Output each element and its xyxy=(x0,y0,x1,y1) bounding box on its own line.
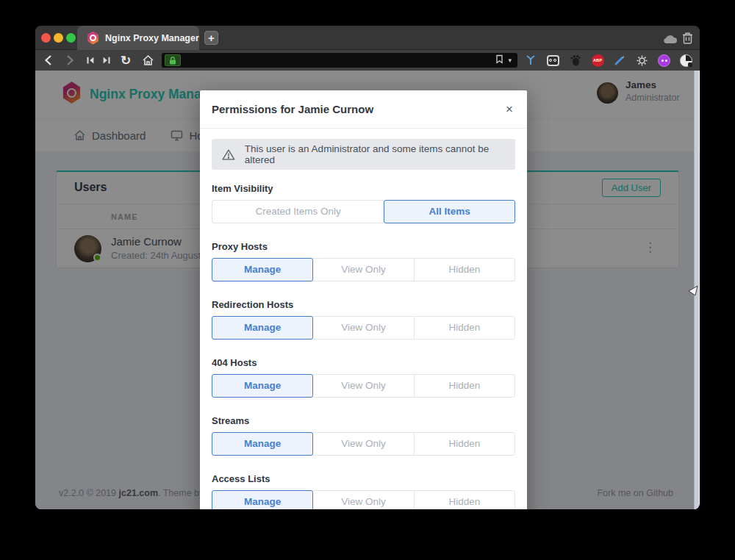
option-item-visibility-created-items-only[interactable]: Created Items Only xyxy=(212,200,384,223)
button-group-404-hosts: ManageView OnlyHidden xyxy=(212,374,515,398)
trash-icon[interactable] xyxy=(682,32,693,47)
permission-section-proxy-hosts: Proxy HostsManageView OnlyHidden xyxy=(212,241,515,281)
option-404-hosts-manage[interactable]: Manage xyxy=(212,374,313,398)
option-redirection-hosts-manage[interactable]: Manage xyxy=(212,316,313,340)
option-streams-view-only[interactable]: View Only xyxy=(312,432,414,456)
modal-title: Permissions for Jamie Curnow xyxy=(212,90,373,129)
page-viewport: Nginx Proxy Manager James Administrator … xyxy=(35,71,700,509)
permission-label-access-lists: Access Lists xyxy=(212,473,515,484)
option-proxy-hosts-manage[interactable]: Manage xyxy=(212,258,313,281)
permission-section-redirection-hosts: Redirection HostsManageView OnlyHidden xyxy=(212,299,515,340)
extension-blue-branch-icon[interactable] xyxy=(524,54,537,67)
admin-warning-alert: This user is an Administrator and some i… xyxy=(212,139,515,170)
option-streams-manage[interactable]: Manage xyxy=(212,432,313,456)
option-access-lists-manage[interactable]: Manage xyxy=(212,490,313,509)
option-item-visibility-all-items[interactable]: All Items xyxy=(384,200,515,223)
warning-triangle-icon xyxy=(222,148,235,161)
modal-body: This user is an Administrator and some i… xyxy=(200,129,527,509)
titlebar: Nginx Proxy Manager + xyxy=(35,26,700,50)
home-button[interactable] xyxy=(141,54,154,67)
browser-tab[interactable]: Nginx Proxy Manager xyxy=(77,26,199,50)
extension-gauge-icon[interactable] xyxy=(679,54,692,67)
extension-purple-circle-icon[interactable] xyxy=(657,54,670,67)
https-lock-icon[interactable] xyxy=(165,54,181,66)
option-proxy-hosts-view-only[interactable]: View Only xyxy=(312,258,414,281)
skip-back-icon[interactable] xyxy=(84,54,97,67)
extension-adblock-plus-icon[interactable]: ABP xyxy=(591,54,604,67)
option-redirection-hosts-view-only[interactable]: View Only xyxy=(312,316,414,340)
permission-section-item-visibility: Item VisibilityCreated Items OnlyAll Ite… xyxy=(212,183,515,223)
permission-section-access-lists: Access ListsManageView OnlyHidden xyxy=(212,473,515,509)
option-404-hosts-hidden[interactable]: Hidden xyxy=(414,374,515,398)
button-group-redirection-hosts: ManageView OnlyHidden xyxy=(212,316,515,340)
option-404-hosts-view-only[interactable]: View Only xyxy=(312,374,414,398)
browser-toolbar: ↻ ▾ ABP xyxy=(35,50,700,71)
tab-title: Nginx Proxy Manager xyxy=(105,33,199,43)
permission-label-redirection-hosts: Redirection Hosts xyxy=(212,299,515,310)
button-group-proxy-hosts: ManageView OnlyHidden xyxy=(212,258,515,281)
forward-button[interactable] xyxy=(63,54,76,67)
modal-close-icon[interactable]: × xyxy=(501,101,518,118)
extension-container-icon[interactable] xyxy=(546,54,559,67)
option-redirection-hosts-hidden[interactable]: Hidden xyxy=(414,316,515,340)
reload-button[interactable]: ↻ xyxy=(119,54,132,67)
permission-label-streams: Streams xyxy=(212,415,515,426)
extension-pen-icon[interactable] xyxy=(613,54,626,67)
modal-sections: Item VisibilityCreated Items OnlyAll Ite… xyxy=(212,183,515,509)
option-access-lists-hidden[interactable]: Hidden xyxy=(414,490,515,509)
button-group-access-lists: ManageView OnlyHidden xyxy=(212,490,515,509)
permission-label-404-hosts: 404 Hosts xyxy=(212,357,515,368)
mouse-cursor xyxy=(688,284,700,297)
option-streams-hidden[interactable]: Hidden xyxy=(414,432,515,456)
bookmark-icon[interactable] xyxy=(495,54,503,67)
site-favicon xyxy=(87,32,99,45)
extension-gear-icon[interactable] xyxy=(635,54,648,67)
button-group-streams: ManageView OnlyHidden xyxy=(212,432,515,456)
window-minimize-button[interactable] xyxy=(54,33,63,43)
permissions-modal: Permissions for Jamie Curnow × This user… xyxy=(200,90,527,509)
new-tab-button[interactable]: + xyxy=(204,31,218,45)
option-access-lists-view-only[interactable]: View Only xyxy=(312,490,414,509)
window-close-button[interactable] xyxy=(41,33,51,43)
modal-header: Permissions for Jamie Curnow × xyxy=(200,90,527,129)
permission-section-streams: StreamsManageView OnlyHidden xyxy=(212,415,515,456)
browser-window: Nginx Proxy Manager + ↻ xyxy=(35,26,700,509)
cloud-sync-icon[interactable] xyxy=(662,34,678,47)
admin-warning-text: This user is an Administrator and some i… xyxy=(245,143,505,165)
skip-forward-icon[interactable] xyxy=(100,54,113,67)
window-maximize-button[interactable] xyxy=(66,33,76,43)
back-button[interactable] xyxy=(41,54,54,67)
permission-label-item-visibility: Item Visibility xyxy=(212,183,515,194)
permission-section-404-hosts: 404 HostsManageView OnlyHidden xyxy=(212,357,515,398)
permission-label-proxy-hosts: Proxy Hosts xyxy=(212,241,515,252)
bookmark-dropdown-caret[interactable]: ▾ xyxy=(508,57,512,64)
extension-gnome-foot-icon[interactable] xyxy=(568,54,581,67)
button-group-item-visibility: Created Items OnlyAll Items xyxy=(212,200,515,223)
url-bar[interactable]: ▾ xyxy=(162,53,517,68)
option-proxy-hosts-hidden[interactable]: Hidden xyxy=(414,258,515,281)
